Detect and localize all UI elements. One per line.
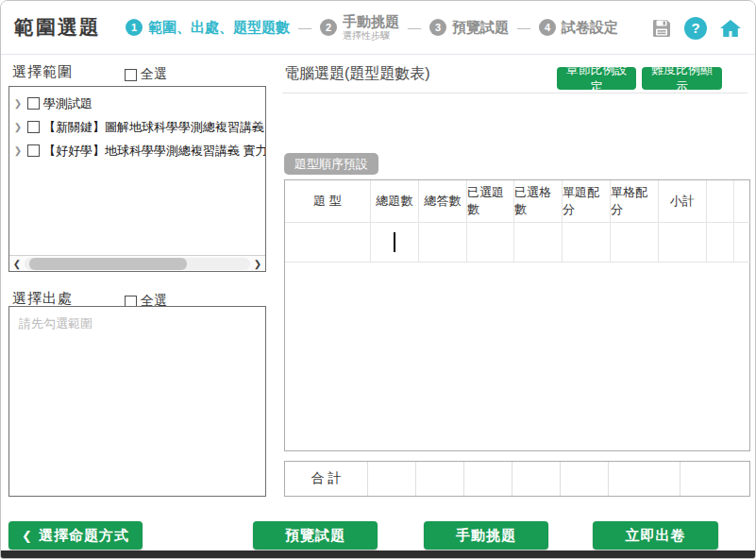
subtotal-cell (659, 223, 707, 263)
scroll-right-icon[interactable]: ❯ (250, 259, 265, 269)
column-header: 已選格數 (514, 180, 563, 223)
selected-blank-cell[interactable] (514, 223, 563, 263)
preview-button-label: 預覽試題 (285, 527, 345, 545)
step-1[interactable]: 1 範圍、出處、題型題數 (126, 19, 290, 37)
total-cell (512, 462, 561, 496)
step-2-sublabel: 選擇性步驟 (343, 30, 399, 41)
preview-questions-button[interactable]: 預覽試題 (253, 521, 378, 550)
tree-item-label: 學測試題 (43, 95, 92, 112)
column-header: 已選題數 (467, 180, 514, 223)
column-header: 單題配分 (563, 180, 611, 223)
column-header: 小計 (659, 180, 707, 223)
horizontal-scrollbar[interactable]: ❮ ❯ (9, 255, 265, 271)
tree-item[interactable]: ❯ 【新關鍵】圖解地球科學學測總複習講義 (12, 115, 265, 139)
generate-paper-button[interactable]: 立即出卷 (593, 521, 718, 550)
total-cell (368, 462, 416, 496)
question-type-cell[interactable] (285, 223, 371, 263)
total-cell (464, 462, 512, 496)
source-list[interactable]: 請先勾選範圍 (8, 306, 266, 497)
tab-question-type-order[interactable]: 題型順序預設 (284, 153, 378, 175)
step-1-number: 1 (126, 19, 143, 36)
step-separator: — (298, 20, 311, 35)
scrollbar-thumb[interactable] (29, 258, 187, 270)
header: 範圍選題 1 範圍、出處、題型題數 — 2 手動挑題 選擇性步驟 — 3 預覽試… (1, 1, 755, 55)
app-window: 範圍選題 1 範圍、出處、題型題數 — 2 手動挑題 選擇性步驟 — 3 預覽試… (0, 0, 756, 559)
range-panel-title: 選擇範圍 (12, 63, 73, 81)
tree-item[interactable]: ❯ 【好好學】地球科學學測總複習講義 實力 (12, 139, 265, 162)
save-icon[interactable] (650, 17, 673, 40)
column-header-empty (734, 180, 751, 223)
step-3-number: 3 (429, 19, 446, 36)
help-icon[interactable]: ? (684, 17, 707, 40)
scroll-left-icon[interactable]: ❮ (9, 259, 25, 269)
total-label: 合 計 (285, 462, 368, 496)
expand-chevron-icon[interactable]: ❯ (12, 122, 24, 132)
text-caret (394, 232, 395, 252)
range-select-all-label: 全選 (141, 66, 167, 83)
total-cell (680, 462, 751, 496)
total-cell (416, 462, 464, 496)
selected-count-cell[interactable] (467, 223, 514, 263)
home-icon[interactable] (718, 17, 743, 40)
table-header-row: 題 型 總題數 總答數 已選題數 已選格數 單題配分 單格配分 小計 (285, 180, 749, 223)
tree-item-label: 【好好學】地球科學學測總複習講義 實力 (43, 143, 265, 160)
range-select-all[interactable]: 全選 (125, 66, 167, 83)
total-count-cell[interactable] (371, 223, 419, 263)
background-window-strip (1, 551, 755, 558)
main-panel-title: 電腦選題(題型題數表) (284, 64, 430, 84)
header-icons: ? (650, 1, 743, 55)
item-checkbox[interactable] (27, 121, 40, 133)
expand-chevron-icon[interactable]: ❯ (12, 98, 24, 109)
back-button[interactable]: ❮ 選擇命題方式 (8, 521, 143, 550)
chapter-ratio-button[interactable]: 章節比例設定 (557, 67, 636, 90)
back-button-label: 選擇命題方式 (39, 527, 129, 545)
step-4-number: 4 (539, 19, 556, 36)
expand-chevron-icon[interactable]: ❯ (12, 145, 24, 156)
empty-cell (707, 223, 734, 263)
item-checkbox[interactable] (27, 97, 40, 110)
item-checkbox[interactable] (27, 144, 40, 157)
generate-button-label: 立即出卷 (626, 527, 686, 545)
per-blank-score-cell[interactable] (611, 223, 659, 263)
step-3-label: 預覽試題 (452, 19, 509, 37)
scrollbar-track[interactable] (25, 258, 250, 270)
column-header: 總題數 (371, 180, 419, 223)
manual-pick-button[interactable]: 手動挑題 (424, 521, 548, 550)
panel-divider (282, 93, 748, 93)
total-cell (609, 462, 680, 496)
column-header: 單格配分 (611, 180, 659, 223)
manual-button-label: 手動挑題 (456, 527, 516, 545)
step-4-label: 試卷設定 (562, 19, 618, 37)
page-title: 範圍選題 (14, 14, 101, 41)
step-2-number: 2 (320, 19, 337, 36)
chevron-left-icon: ❮ (22, 529, 33, 543)
question-type-table: 題 型 總題數 總答數 已選題數 已選格數 單題配分 單格配分 小計 (284, 179, 750, 451)
per-question-score-cell[interactable] (563, 223, 611, 263)
table-total-row: 合 計 (284, 461, 750, 497)
stepper: 1 範圍、出處、題型題數 — 2 手動挑題 選擇性步驟 — 3 預覽試題 — 4… (126, 14, 618, 41)
step-separator: — (408, 20, 421, 35)
step-2[interactable]: 2 手動挑題 選擇性步驟 (320, 14, 399, 41)
column-header: 題 型 (285, 180, 371, 223)
step-separator: — (517, 20, 530, 35)
column-header: 總答數 (419, 180, 467, 223)
table-row (285, 223, 749, 263)
step-1-label: 範圍、出處、題型題數 (148, 19, 290, 37)
total-answer-cell[interactable] (419, 223, 467, 263)
step-4[interactable]: 4 試卷設定 (539, 19, 618, 37)
range-select-all-checkbox[interactable] (125, 69, 137, 81)
tree-item[interactable]: ❯ 學測試題 (12, 92, 265, 115)
column-header-empty (707, 180, 734, 223)
range-tree[interactable]: ❯ 學測試題 ❯ 【新關鍵】圖解地球科學學測總複習講義 ❯ 【好好學】地球科學學… (8, 86, 266, 272)
difficulty-ratio-button[interactable]: 難度比例顯示 (642, 67, 722, 90)
step-3[interactable]: 3 預覽試題 (429, 19, 509, 37)
step-2-label: 手動挑題 (343, 14, 399, 30)
total-cell (561, 462, 609, 496)
source-placeholder: 請先勾選範圍 (19, 316, 92, 330)
tree-item-label: 【新關鍵】圖解地球科學學測總複習講義 (43, 119, 264, 136)
empty-cell (734, 223, 751, 263)
